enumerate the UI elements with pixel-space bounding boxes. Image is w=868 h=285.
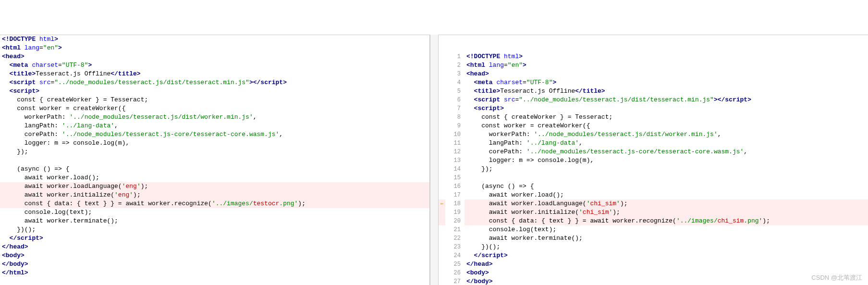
code-line[interactable]: </script> <box>0 234 429 243</box>
code-line[interactable]: 2<html lang="en"> <box>439 61 868 70</box>
code-line[interactable]: <body> <box>0 251 429 260</box>
code-line[interactable]: 8 const { createWorker } = Tesseract; <box>439 113 868 122</box>
code-line[interactable]: const worker = createWorker({ <box>0 104 429 113</box>
code-content: <script> <box>0 87 429 96</box>
code-content: await worker.terminate(); <box>465 234 868 243</box>
code-content: }); <box>465 165 868 173</box>
right-editor-pane[interactable]: 1<!DOCTYPE html>2<html lang="en">3<head>… <box>439 35 868 285</box>
code-content: const { createWorker } = Tesseract; <box>0 96 429 104</box>
code-line[interactable]: (async () => { <box>0 165 429 173</box>
code-content: const worker = createWorker({ <box>465 122 868 130</box>
code-content: await worker.load(); <box>0 173 429 182</box>
code-content: const { data: { text } } = await worker.… <box>465 217 868 225</box>
line-number: 12 <box>445 148 465 156</box>
code-line[interactable]: </html> <box>0 269 429 277</box>
code-line[interactable] <box>0 156 429 165</box>
code-content: <!DOCTYPE html> <box>0 35 429 44</box>
code-content: await worker.initialize('chi_sim'); <box>465 208 868 217</box>
code-line[interactable]: 3<head> <box>439 70 868 78</box>
code-line[interactable]: 12 corePath: '../node_modules/tesseract.… <box>439 148 868 156</box>
code-line[interactable]: <script src="../node_modules/tesseract.j… <box>0 78 429 87</box>
code-content: logger: m => console.log(m), <box>0 139 429 148</box>
code-line[interactable]: console.log(text); <box>0 208 429 217</box>
line-number: 19 <box>445 208 465 217</box>
code-line[interactable]: logger: m => console.log(m), <box>0 139 429 148</box>
code-line[interactable]: await worker.loadLanguage('eng'); <box>0 182 429 191</box>
code-line[interactable]: 11 langPath: '../lang-data', <box>439 139 868 148</box>
code-line[interactable]: const { data: { text } } = await worker.… <box>0 199 429 208</box>
code-line[interactable]: 19 await worker.initialize('chi_sim'); <box>439 208 868 217</box>
line-number: 24 <box>445 251 465 260</box>
code-content: <script src="../node_modules/tesseract.j… <box>0 78 429 87</box>
code-content: await worker.loadLanguage('eng'); <box>0 182 429 191</box>
code-line[interactable]: corePath: '../node_modules/tesseract.js-… <box>0 130 429 139</box>
watermark: CSDN @北苇渡江 <box>811 273 862 282</box>
code-content: <body> <box>465 269 868 277</box>
code-line[interactable]: 10 workerPath: '../node_modules/tesserac… <box>439 130 868 139</box>
code-line[interactable]: 21 console.log(text); <box>439 225 868 234</box>
line-number: 13 <box>445 156 465 165</box>
code-line[interactable]: 16 (async () => { <box>439 182 868 191</box>
code-line[interactable]: 17 await worker.load(); <box>439 191 868 199</box>
code-content: const { data: { text } } = await worker.… <box>0 199 429 208</box>
code-content: console.log(text); <box>0 208 429 217</box>
line-number: 25 <box>445 260 465 269</box>
code-content: await worker.load(); <box>465 191 868 199</box>
code-content: <title>Tesseract.js Offline</title> <box>0 70 429 78</box>
code-content: langPath: '../lang-data', <box>465 139 868 148</box>
code-line[interactable]: ⇐18 await worker.loadLanguage('chi_sim')… <box>439 199 868 208</box>
code-line[interactable]: 23 })(); <box>439 243 868 251</box>
code-line[interactable]: 6 <script src="../node_modules/tesseract… <box>439 96 868 104</box>
code-line[interactable]: <!DOCTYPE html> <box>0 35 429 44</box>
code-line[interactable]: const { createWorker } = Tesseract; <box>0 96 429 104</box>
line-number: 14 <box>445 165 465 173</box>
code-line[interactable]: 13 logger: m => console.log(m), <box>439 156 868 165</box>
code-line[interactable]: await worker.terminate(); <box>0 217 429 225</box>
code-content: }); <box>0 148 429 156</box>
code-content: <html lang="en"> <box>465 61 868 70</box>
code-content: (async () => { <box>0 165 429 173</box>
code-content: langPath: '../lang-data', <box>0 122 429 130</box>
code-line[interactable]: </head> <box>0 243 429 251</box>
code-line[interactable]: 22 await worker.terminate(); <box>439 234 868 243</box>
left-editor-pane[interactable]: <!DOCTYPE html><html lang="en"><head> <m… <box>0 35 430 285</box>
code-content: })(); <box>0 225 429 234</box>
code-line[interactable]: langPath: '../lang-data', <box>0 122 429 130</box>
pane-divider[interactable] <box>430 35 439 285</box>
code-content: <meta charset="UTF-8"> <box>0 61 429 70</box>
code-line[interactable]: 1<!DOCTYPE html> <box>439 52 868 61</box>
code-content: const worker = createWorker({ <box>0 104 429 113</box>
code-line[interactable]: 27</body> <box>439 277 868 285</box>
code-line[interactable]: })(); <box>0 225 429 234</box>
code-content: (async () => { <box>465 182 868 191</box>
code-line[interactable]: 15 <box>439 173 868 182</box>
code-content: <head> <box>0 52 429 61</box>
code-line[interactable]: 5 <title>Tesseract.js Offline</title> <box>439 87 868 96</box>
code-line[interactable]: await worker.initialize('eng'); <box>0 191 429 199</box>
code-line[interactable]: <meta charset="UTF-8"> <box>0 61 429 70</box>
code-content: console.log(text); <box>465 225 868 234</box>
code-line[interactable]: 20 const { data: { text } } = await work… <box>439 217 868 225</box>
code-line[interactable]: 7 <script> <box>439 104 868 113</box>
line-number: 11 <box>445 139 465 148</box>
code-line[interactable]: await worker.load(); <box>0 173 429 182</box>
line-number: 20 <box>445 217 465 225</box>
code-line[interactable]: <html lang="en"> <box>0 44 429 52</box>
code-line[interactable]: workerPath: '../node_modules/tesseract.j… <box>0 113 429 122</box>
code-line[interactable]: 9 const worker = createWorker({ <box>439 122 868 130</box>
code-content: </html> <box>0 269 429 277</box>
code-content: </head> <box>465 260 868 269</box>
code-line[interactable]: <head> <box>0 52 429 61</box>
code-line[interactable]: <script> <box>0 87 429 96</box>
code-line[interactable]: 25</head> <box>439 260 868 269</box>
code-content: </head> <box>0 243 429 251</box>
code-line[interactable]: 26<body> <box>439 269 868 277</box>
line-number: 7 <box>445 104 465 113</box>
code-content: corePath: '../node_modules/tesseract.js-… <box>0 130 429 139</box>
code-line[interactable]: 14 }); <box>439 165 868 173</box>
code-line[interactable]: </body> <box>0 260 429 269</box>
code-line[interactable]: <title>Tesseract.js Offline</title> <box>0 70 429 78</box>
code-line[interactable]: }); <box>0 148 429 156</box>
code-line[interactable]: 24 </script> <box>439 251 868 260</box>
code-line[interactable]: 4 <meta charset="UTF-8"> <box>439 78 868 87</box>
